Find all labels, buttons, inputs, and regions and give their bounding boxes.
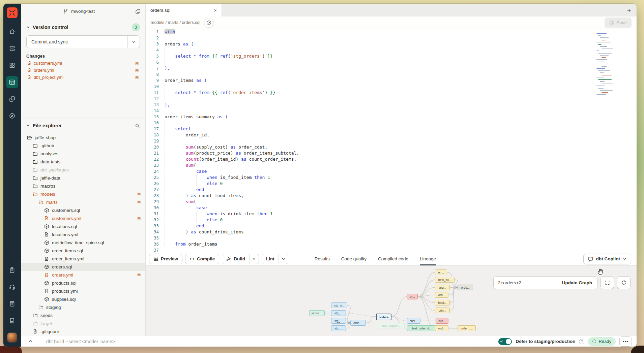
copy-icon[interactable] bbox=[135, 9, 141, 14]
lineage-node-y4[interactable]: ord... bbox=[435, 292, 448, 298]
tree-item-products.yml[interactable]: products.yml bbox=[21, 287, 145, 295]
code-line-3[interactable]: 3orders as ( bbox=[146, 41, 637, 47]
code-line-1[interactable]: 1with bbox=[146, 29, 637, 35]
code-line-23[interactable]: 23 sum( bbox=[146, 162, 637, 168]
new-tab-button[interactable]: + bbox=[627, 7, 631, 14]
tree-item-orders.sql[interactable]: orders.sql bbox=[21, 263, 145, 271]
checklist-icon[interactable] bbox=[6, 264, 18, 276]
dbt-logo-icon[interactable] bbox=[6, 7, 18, 19]
tree-item-metricflow_time_spine.sql[interactable]: metricflow_time_spine.sql bbox=[21, 238, 145, 247]
explore-compass-icon[interactable] bbox=[6, 110, 18, 122]
chevron-up-icon[interactable] bbox=[28, 339, 33, 344]
code-line-21[interactable]: 21 sum(product_price) as order_items_sub… bbox=[146, 150, 637, 156]
code-line-34[interactable]: 34 ) as count_drink_items bbox=[146, 229, 637, 235]
code-line-20[interactable]: 20 sum(supply_cost) as order_cost, bbox=[146, 144, 637, 150]
build-button[interactable]: Build bbox=[222, 254, 249, 264]
code-line-30[interactable]: 30 case bbox=[146, 205, 637, 211]
code-editor[interactable]: 1with23orders as (4 5 select * from {{ r… bbox=[146, 29, 637, 252]
code-line-17[interactable]: 17 select bbox=[146, 126, 637, 132]
lineage-node-test_order[interactable]: test_order_it... bbox=[407, 325, 437, 331]
tree-item-seeds[interactable]: seeds bbox=[21, 311, 145, 319]
code-line-12[interactable]: 12 bbox=[146, 96, 637, 102]
preview-button[interactable]: Preview bbox=[149, 254, 182, 264]
code-line-18[interactable]: 18 order_id, bbox=[146, 132, 637, 138]
docs-icon[interactable] bbox=[6, 298, 18, 310]
tree-item-.github[interactable]: .github bbox=[21, 141, 145, 150]
develop-ide-icon[interactable] bbox=[6, 76, 18, 88]
commit-and-sync-button[interactable]: Commit and sync bbox=[26, 35, 140, 48]
lineage-node-ord_y[interactable]: ord... bbox=[435, 325, 448, 331]
lineage-node-stg1[interactable]: stg_o... bbox=[331, 302, 347, 308]
lineage-node-order_y2[interactable]: order_.... bbox=[458, 325, 476, 331]
compile-button[interactable]: Compile bbox=[185, 254, 219, 264]
code-line-8[interactable]: 8 bbox=[146, 71, 637, 77]
chevron-down-icon[interactable] bbox=[26, 24, 30, 30]
deploy-jobs-icon[interactable] bbox=[6, 42, 18, 55]
view-lineage-button[interactable] bbox=[204, 18, 214, 28]
code-line-25[interactable]: 25 when is_food_item then 1 bbox=[146, 174, 637, 181]
tree-item-analyses[interactable]: analyses bbox=[21, 150, 145, 158]
commit-options-chevron[interactable] bbox=[127, 36, 140, 48]
command-input[interactable]: dbt build --select <model_name> bbox=[46, 339, 115, 344]
tree-item-data-tests[interactable]: data-tests bbox=[21, 158, 145, 166]
tree-item-products.sql[interactable]: products.sql bbox=[21, 279, 145, 287]
code-line-27[interactable]: 27 end bbox=[146, 187, 637, 193]
lineage-panel[interactable]: ecom....stg_o...stg_...stg_...stg_...ord… bbox=[146, 266, 637, 336]
lineage-node-stg2[interactable]: stg_... bbox=[331, 310, 346, 316]
lineage-node-y2[interactable]: new_cu... bbox=[435, 277, 455, 283]
fullscreen-button[interactable] bbox=[601, 276, 614, 289]
code-line-16[interactable]: 16 bbox=[146, 120, 637, 126]
code-line-13[interactable]: 13), bbox=[146, 102, 637, 108]
code-line-9[interactable]: 9order_items as ( bbox=[146, 77, 637, 84]
code-line-22[interactable]: 22 count(order_item_id) as count_order_i… bbox=[146, 156, 637, 162]
tree-item-locations.yml[interactable]: locations.yml bbox=[21, 230, 145, 238]
changelog-icon[interactable] bbox=[6, 315, 18, 327]
lint-button[interactable]: Lint bbox=[262, 254, 279, 264]
tree-item-target[interactable]: target bbox=[21, 319, 145, 327]
lineage-node-ord1[interactable]: orde.... bbox=[350, 320, 366, 326]
tree-item-supplies.sql[interactable]: supplies.sql bbox=[21, 295, 145, 303]
dashboard-grid-icon[interactable] bbox=[6, 59, 18, 71]
tab-compiled-code[interactable]: Compiled code bbox=[378, 252, 408, 265]
tree-item-marts[interactable]: martsM bbox=[21, 198, 145, 206]
lineage-node-y3[interactable]: larg... bbox=[435, 285, 450, 290]
dbt-copilot-button[interactable]: dbt Copilot bbox=[583, 254, 631, 264]
code-line-11[interactable]: 11 select * from {{ ref('order_items') }… bbox=[146, 90, 637, 96]
code-line-7[interactable]: 7), bbox=[146, 65, 637, 71]
tree-item-customers.sql[interactable]: customers.sql bbox=[21, 206, 145, 214]
minimap[interactable] bbox=[596, 33, 617, 99]
code-line-4[interactable]: 4 bbox=[146, 47, 637, 53]
search-icon[interactable] bbox=[135, 123, 140, 128]
refresh-button[interactable] bbox=[617, 276, 631, 289]
code-line-37[interactable]: 37 bbox=[146, 247, 637, 252]
build-options-chevron[interactable] bbox=[249, 254, 259, 264]
lineage-node-ecom[interactable]: ecom.... bbox=[309, 310, 325, 316]
tree-item-customers.yml[interactable]: customers.ymlM bbox=[21, 214, 145, 222]
lineage-node-ghost[interactable]: test_supply... bbox=[378, 323, 405, 328]
code-line-5[interactable]: 5 select * from {{ ref('stg_orders') }} bbox=[146, 53, 637, 59]
code-line-15[interactable]: 15order_items_summary as ( bbox=[146, 114, 637, 120]
code-line-2[interactable]: 2 bbox=[146, 35, 637, 41]
code-line-19[interactable]: 19 bbox=[146, 138, 637, 144]
help-icon[interactable]: ? bbox=[579, 339, 584, 344]
changed-file-orders.yml[interactable]: orders.ymlM bbox=[26, 67, 140, 74]
scrollbar-track[interactable] bbox=[621, 29, 621, 252]
code-line-31[interactable]: 31 when is_drink_item then 1 bbox=[146, 211, 637, 217]
tree-item-orders.yml[interactable]: orders.ymlM bbox=[21, 271, 145, 279]
code-line-26[interactable]: 26 else 0 bbox=[146, 181, 637, 187]
tree-item-models[interactable]: modelsM bbox=[21, 190, 145, 198]
home-icon[interactable] bbox=[6, 26, 18, 38]
lineage-node-stg3[interactable]: stg_... bbox=[331, 318, 346, 324]
tab-lineage[interactable]: Lineage bbox=[420, 252, 436, 265]
support-headset-icon[interactable] bbox=[6, 281, 18, 293]
code-line-6[interactable]: 6 bbox=[146, 59, 637, 65]
update-graph-button[interactable]: Update Graph bbox=[557, 277, 597, 289]
lineage-node-y6[interactable]: drin... bbox=[435, 308, 450, 313]
tab-results[interactable]: Results bbox=[315, 252, 330, 265]
tree-item-macros[interactable]: macros bbox=[21, 182, 145, 190]
lineage-node-y1[interactable]: or.... bbox=[435, 269, 447, 275]
close-icon[interactable]: × bbox=[214, 7, 217, 13]
code-line-28[interactable]: 28 ) as count_food_items, bbox=[146, 193, 637, 199]
projects-icon[interactable] bbox=[6, 93, 18, 105]
more-options-button[interactable]: ••• bbox=[619, 336, 632, 347]
